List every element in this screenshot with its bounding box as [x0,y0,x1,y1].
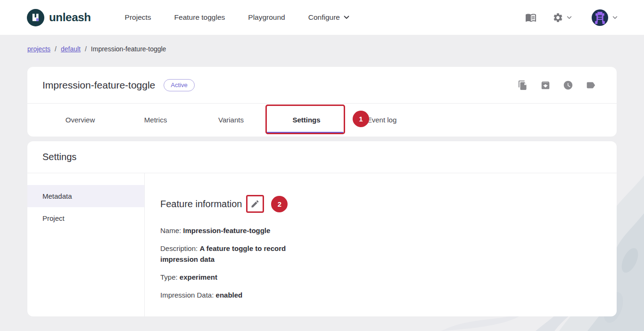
annotation-step-2-badge: 2 [271,196,288,212]
clock-icon [563,80,573,90]
nav-projects[interactable]: Projects [125,13,151,22]
field-description: Description: A feature toggle to record … [160,243,312,265]
field-type: Type: experiment [160,272,598,283]
tab-variants[interactable]: Variants [193,104,269,136]
settings-body: Metadata Project Feature information [27,173,617,316]
user-menu-button[interactable] [592,9,618,26]
navbar-right [525,9,618,26]
nav-playground-label: Playground [248,13,285,22]
settings-card-title: Settings [27,141,617,173]
annotation-step-1-badge: 1 [353,111,369,127]
breadcrumb-projects[interactable]: projects [27,45,50,53]
archive-button[interactable] [540,80,551,90]
tag-icon [586,80,596,90]
menu-item-project[interactable]: Project [27,207,144,229]
menu-item-metadata[interactable]: Metadata [27,185,144,207]
tab-settings[interactable]: Settings [269,104,344,136]
chevron-down-icon [612,16,618,19]
tab-metrics-label: Metrics [144,116,167,124]
documentation-button[interactable] [525,12,537,23]
tab-event-log-label: Event log [367,116,397,124]
section-title: Feature information [160,199,242,210]
nav-playground[interactable]: Playground [248,13,285,22]
feature-fields: Name: Impression-feature-toggle Descript… [160,225,598,300]
field-name-value: Impression-feature-toggle [183,226,270,234]
page: unleash Projects Feature toggles Playgro… [0,0,644,331]
feature-tabs: Overview Metrics Variants Settings Event… [27,104,617,136]
metadata-content: Feature information 2 Name: Impression-f… [145,173,617,316]
feature-header-card: Impression-feature-toggle Active [27,67,617,137]
chevron-down-icon [344,16,349,19]
nav-configure-label: Configure [308,13,340,22]
top-navbar: unleash Projects Feature toggles Playgro… [0,0,644,35]
settings-menu-button[interactable] [553,12,572,23]
history-button[interactable] [563,80,573,90]
active-tab-indicator [267,132,343,134]
brand[interactable]: unleash [27,9,91,26]
archive-icon [540,80,551,90]
field-name: Name: Impression-feature-toggle [160,225,598,236]
tab-overview-label: Overview [66,116,95,124]
breadcrumb: projects / default / Impression-feature-… [27,45,166,53]
settings-card: Settings Metadata Project Feature inform… [27,141,617,316]
menu-item-project-label: Project [42,214,65,222]
page-title: Impression-feature-toggle [42,80,155,91]
pencil-icon [250,199,260,209]
nav-projects-label: Projects [125,13,151,22]
field-description-label: Description: [160,244,198,252]
field-type-value: experiment [180,273,217,281]
breadcrumb-separator: / [85,45,87,53]
primary-nav: Projects Feature toggles Playground Conf… [125,13,349,22]
nav-feature-toggles-label: Feature toggles [174,13,225,22]
feature-title-row: Impression-feature-toggle Active [27,67,617,104]
user-avatar [592,9,608,26]
feature-information-header: Feature information 2 [160,195,598,213]
nav-feature-toggles[interactable]: Feature toggles [174,13,225,22]
tag-button[interactable] [586,80,596,90]
breadcrumb-default[interactable]: default [61,45,81,53]
nav-configure[interactable]: Configure [308,13,349,22]
breadcrumb-separator: / [55,45,57,53]
field-impression-data-value: enabled [216,291,243,299]
unleash-logo-icon [27,9,44,26]
menu-item-metadata-label: Metadata [42,192,72,200]
annotation-box-step-2 [246,195,264,213]
chevron-down-icon [567,16,572,19]
status-badge: Active [164,79,194,91]
field-name-label: Name: [160,226,181,234]
edit-feature-button[interactable] [249,198,261,210]
feature-actions [518,80,596,90]
copy-button[interactable] [518,80,528,90]
field-impression-data-label: Impression Data: [160,291,214,299]
book-icon [525,12,537,23]
breadcrumb-current: Impression-feature-toggle [91,45,166,53]
field-type-label: Type: [160,273,178,281]
tab-variants-label: Variants [218,116,244,124]
tab-metrics[interactable]: Metrics [118,104,193,136]
tab-overview[interactable]: Overview [42,104,118,136]
settings-side-menu: Metadata Project [27,173,145,316]
gear-icon [553,12,563,23]
tab-settings-label: Settings [292,116,320,124]
field-impression-data: Impression Data: enabled [160,290,598,300]
brand-name: unleash [49,11,91,24]
copy-icon [518,80,528,90]
